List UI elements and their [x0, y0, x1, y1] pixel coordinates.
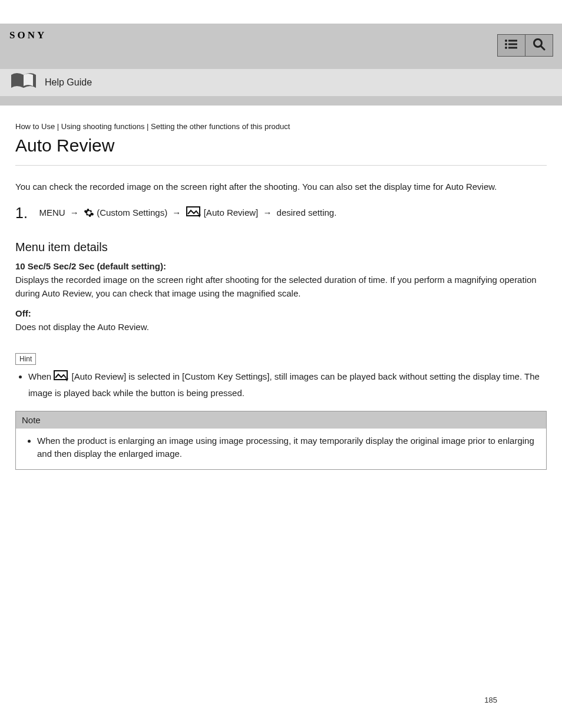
hint-mid: [Auto Review] is selected in [Custom Key…: [28, 371, 540, 398]
gear-icon: [84, 207, 94, 223]
arrow-icon: →: [260, 207, 274, 218]
step-number: 1.: [15, 205, 37, 222]
svg-point-0: [505, 39, 507, 42]
subheader-bar: Help Guide: [0, 69, 562, 96]
brand-logo: SONY: [9, 29, 553, 41]
note-heading: Note: [16, 411, 546, 429]
page-number: 185: [484, 696, 497, 704]
svg-rect-5: [508, 47, 517, 49]
arrow-icon: →: [170, 207, 183, 218]
header-bar: SONY: [0, 24, 562, 69]
page-title: Auto Review: [15, 136, 547, 156]
note-box: Note When the product is enlarging an im…: [15, 411, 547, 470]
list-icon: [505, 39, 518, 51]
search-icon: [533, 38, 546, 53]
manual-title: Help Guide: [45, 77, 92, 88]
step-custom-settings: (Custom Settings): [97, 207, 167, 218]
hint-tag: Hint: [15, 353, 36, 365]
search-button[interactable]: [525, 34, 553, 57]
lead-text: You can check the recorded image on the …: [15, 180, 547, 194]
hint-list: When [Auto Review] is selected in [Custo…: [15, 370, 547, 400]
hint-pre: When: [28, 371, 54, 381]
menu-item2-title: Off:: [15, 308, 547, 318]
svg-rect-8: [187, 207, 200, 216]
menu-item2-body: Does not display the Auto Review.: [15, 321, 547, 334]
step-auto-review: [Auto Review]: [204, 207, 259, 218]
step-row: 1. MENU → (Custom Settings) →: [15, 205, 547, 223]
menu-item1-title: 10 Sec/5 Sec/2 Sec (default setting):: [15, 261, 547, 271]
divider: [15, 165, 547, 166]
svg-rect-1: [508, 40, 517, 42]
svg-rect-9: [54, 371, 67, 380]
svg-line-7: [541, 46, 544, 50]
auto-review-icon: [186, 206, 201, 223]
svg-point-2: [505, 43, 507, 45]
menu-item1-body: Displays the recorded image on the scree…: [15, 274, 547, 300]
svg-rect-3: [508, 44, 517, 45]
toc-button[interactable]: [497, 34, 525, 57]
step-tail: desired setting.: [277, 207, 337, 218]
svg-point-4: [505, 47, 507, 49]
menu-details-heading: Menu item details: [15, 241, 547, 254]
arrow-icon: →: [68, 207, 81, 218]
step-menu-label: MENU: [39, 207, 65, 218]
book-icon: [9, 71, 38, 94]
breadcrumb: How to Use | Using shooting functions | …: [15, 122, 547, 131]
hint-item: When [Auto Review] is selected in [Custo…: [28, 370, 547, 400]
note-item: When the product is enlarging an image u…: [37, 434, 538, 461]
header-actions: [497, 34, 553, 57]
auto-review-icon: [54, 370, 69, 386]
